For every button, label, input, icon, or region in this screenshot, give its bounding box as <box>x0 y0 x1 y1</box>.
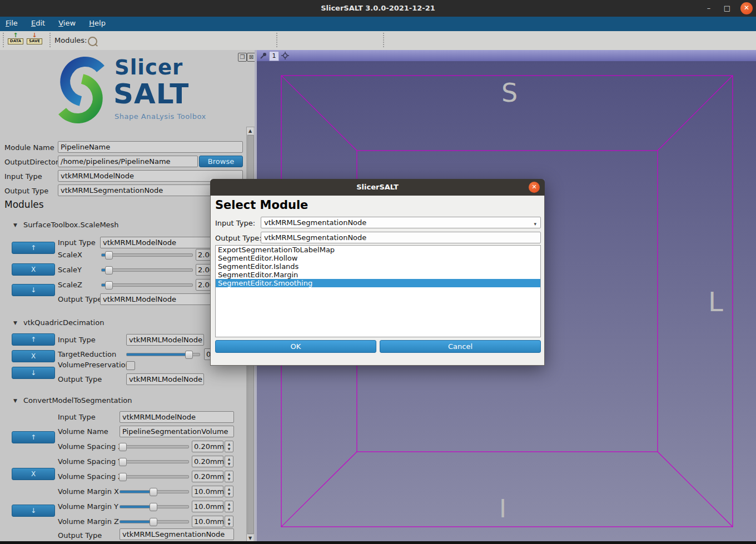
list-item[interactable]: ExportSegmentationToLabelMap <box>216 246 540 254</box>
spin-up-icon[interactable]: ▲ <box>225 456 233 461</box>
spin-up-icon[interactable]: ▲ <box>225 501 233 506</box>
move-up-button[interactable]: ↑ <box>12 333 55 346</box>
spin-up-icon[interactable]: ▲ <box>225 486 233 491</box>
scroll-down-icon[interactable]: ▼ <box>247 535 253 541</box>
collapse-arrow-icon[interactable]: ▼ <box>13 222 17 228</box>
section-title-convertmodeltosegmentation[interactable]: ConvertModelToSegmentation <box>23 396 132 405</box>
row-input[interactable]: vtkMRMLModelNode <box>120 411 234 423</box>
spinner-buttons[interactable]: ▲ ▼ <box>225 456 233 467</box>
spin-down-icon[interactable]: ▼ <box>225 491 233 496</box>
scale-y-slider[interactable] <box>101 266 193 274</box>
save-data-label: SAVE <box>27 38 42 44</box>
list-item[interactable]: SegmentEditor.Hollow <box>216 254 540 262</box>
row-input[interactable]: vtkMRMLModelNode <box>126 334 204 346</box>
row-input[interactable]: vtkMRMLModelNode <box>126 373 204 385</box>
list-item[interactable]: SegmentEditor.Islands <box>216 262 540 271</box>
browse-button[interactable]: Browse <box>199 156 243 167</box>
target-reduction-slider[interactable] <box>126 351 200 358</box>
save-data-button[interactable]: ↓ SAVE <box>27 33 42 48</box>
dialog-close-button[interactable]: ✕ <box>529 182 540 193</box>
volume-margin-y-slider[interactable] <box>120 503 189 511</box>
row-input[interactable]: vtkMRMLSegmentationNode <box>120 528 234 540</box>
row-label: Volume Margin X <box>58 487 119 496</box>
section-title-quadricdecimation[interactable]: vtkQuadricDecimation <box>23 318 104 327</box>
move-up-button[interactable]: ↑ <box>12 242 55 254</box>
volume-spacing-z-value[interactable]: 0.20mm <box>192 471 223 482</box>
volume-preservation-checkbox[interactable] <box>126 361 135 370</box>
row-label: ScaleX <box>58 251 82 259</box>
ok-button[interactable]: OK <box>215 340 376 353</box>
load-data-button[interactable]: ↑ DATA <box>8 33 23 48</box>
remove-button[interactable]: X <box>12 350 55 362</box>
menu-file[interactable]: File <box>0 17 23 29</box>
scroll-up-icon[interactable]: ▲ <box>247 127 253 134</box>
spinner-buttons[interactable]: ▲ ▼ <box>225 471 233 482</box>
spinner-buttons[interactable]: ▲ ▼ <box>225 501 233 512</box>
spin-down-icon[interactable]: ▼ <box>225 446 233 451</box>
spinner-buttons[interactable]: ▲ ▼ <box>225 486 233 497</box>
row-label: Output Type <box>58 531 102 540</box>
move-down-button[interactable]: ↓ <box>12 284 55 296</box>
close-button[interactable]: ✕ <box>740 2 753 14</box>
dialog-input-type-combobox[interactable]: vtkMRMLSegmentationNode ▾ <box>261 217 541 228</box>
volume-margin-x-value[interactable]: 10.0mm <box>192 486 223 497</box>
panel-undock-icon[interactable]: ❐ <box>238 53 247 62</box>
remove-button[interactable]: X <box>12 263 55 276</box>
volume-spacing-y-slider[interactable] <box>120 458 189 466</box>
move-down-button[interactable]: ↓ <box>12 367 55 379</box>
panel-close-icon[interactable]: ⊠ <box>247 53 255 62</box>
volume-spacing-z-slider[interactable] <box>120 473 189 481</box>
dialog-output-type-input[interactable]: vtkMRMLSegmentationNode <box>261 232 541 243</box>
spin-down-icon[interactable]: ▼ <box>225 461 233 466</box>
module-search-icon[interactable] <box>88 37 97 46</box>
collapse-arrow-icon[interactable]: ▼ <box>13 320 17 326</box>
dialog-heading: Select Module <box>215 198 308 212</box>
module-name-input[interactable]: PipelineName <box>58 141 243 153</box>
move-down-button[interactable]: ↓ <box>12 505 55 517</box>
list-item-selected[interactable]: SegmentEditor.Smoothing <box>216 279 540 287</box>
spin-up-icon[interactable]: ▲ <box>225 471 233 476</box>
maximize-button[interactable]: □ <box>722 4 732 13</box>
scale-z-slider[interactable] <box>101 281 193 289</box>
move-up-button[interactable]: ↑ <box>12 431 55 443</box>
row-label: Volume Spacing Y <box>58 457 122 466</box>
volume-spacing-x-slider[interactable] <box>120 443 189 451</box>
dialog-input-type-value: vtkMRMLSegmentationNode <box>264 218 366 227</box>
row-label: TargetReduction <box>58 350 116 358</box>
volume-spacing-x-value[interactable]: 0.20mm <box>192 441 223 452</box>
orientation-marker-left: L <box>708 286 723 317</box>
row-label: Volume Spacing X <box>58 442 123 451</box>
spinner-buttons[interactable]: ▲ ▼ <box>225 516 233 527</box>
spin-down-icon[interactable]: ▼ <box>225 521 233 526</box>
spin-down-icon[interactable]: ▼ <box>225 476 233 481</box>
volume-margin-z-value[interactable]: 10.0mm <box>192 516 223 527</box>
dialog-body: Select Module Input Type: vtkMRMLSegment… <box>210 196 545 366</box>
volume-name-input[interactable]: PipelineSegmentationVolume <box>120 426 234 437</box>
module-name-label: Module Name <box>4 143 54 152</box>
spin-up-icon[interactable]: ▲ <box>225 516 233 521</box>
section-title-scalemesh[interactable]: SurfaceToolbox.ScaleMesh <box>23 221 119 229</box>
spin-down-icon[interactable]: ▼ <box>225 506 233 511</box>
remove-button[interactable]: X <box>12 468 55 480</box>
menu-help[interactable]: Help <box>83 17 111 29</box>
scale-x-slider[interactable] <box>101 251 193 259</box>
minimize-button[interactable]: – <box>704 4 714 13</box>
menu-edit[interactable]: Edit <box>26 17 51 29</box>
volume-margin-z-slider[interactable] <box>120 518 189 526</box>
view-index-badge: 1 <box>269 51 279 61</box>
menu-view[interactable]: View <box>53 17 81 29</box>
output-directory-input[interactable]: /home/pipelines/PipelineName <box>58 156 198 167</box>
volume-margin-x-slider[interactable] <box>120 488 189 496</box>
slicersalt-logo: Slicer SALT Shape AnaLysis Toolbox <box>49 56 210 128</box>
spinner-buttons[interactable]: ▲ ▼ <box>225 441 233 452</box>
collapse-arrow-icon[interactable]: ▼ <box>13 398 17 403</box>
list-item[interactable]: SegmentEditor.Margin <box>216 271 540 279</box>
pin-icon[interactable] <box>260 52 267 59</box>
volume-margin-y-value[interactable]: 10.0mm <box>192 501 223 512</box>
dialog-title-bar[interactable]: SlicerSALT ✕ <box>210 179 545 196</box>
view-options-icon[interactable] <box>281 52 289 59</box>
volume-spacing-y-value[interactable]: 0.20mm <box>192 456 223 467</box>
cancel-button[interactable]: Cancel <box>380 340 541 353</box>
spin-up-icon[interactable]: ▲ <box>225 441 233 446</box>
load-data-label: DATA <box>8 38 23 44</box>
